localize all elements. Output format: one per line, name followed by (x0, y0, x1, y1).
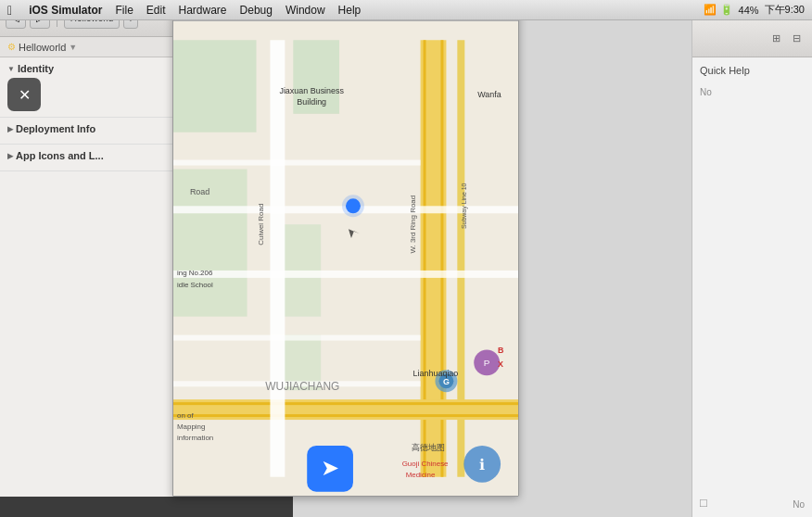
svg-text:information: information (177, 434, 213, 442)
identity-section-title: ▼ Identity (7, 63, 177, 74)
app-icon-preview: ✕ (7, 78, 41, 111)
svg-text:W. 3rd Ring Road: W. 3rd Ring Road (409, 195, 417, 254)
detail-breadcrumb: ⚙ Helloworld ▼ (0, 37, 184, 57)
inspector-pane-btn[interactable]: ⊟ (788, 31, 805, 47)
svg-text:ing No.206: ing No.206 (177, 269, 213, 277)
svg-rect-3 (173, 170, 247, 317)
menu-file[interactable]: File (115, 4, 133, 17)
menu-bar-time: 下午9:30 (765, 3, 805, 17)
menu-window[interactable]: Window (285, 4, 325, 17)
svg-text:Road: Road (190, 187, 209, 196)
xcode-detail-panel: ◁ ▷ Helloworld ▼ ⚙ Helloworld ▼ ▼ Identi… (0, 0, 185, 497)
identity-section: ▼ Identity ✕ (0, 57, 184, 118)
menu-bar-battery: 44% (739, 5, 759, 16)
svg-text:WUJIACHANG: WUJIACHANG (265, 380, 339, 393)
svg-rect-13 (270, 40, 285, 476)
svg-text:Medicine: Medicine (406, 471, 436, 479)
apple-icon:  (7, 3, 12, 18)
svg-text:Cuiwei Road: Cuiwei Road (257, 204, 265, 246)
detail-breadcrumb-label: Helloworld (19, 42, 66, 53)
svg-text:➤: ➤ (321, 455, 339, 480)
app-icons-section-title: ▶ App Icons and L... (7, 150, 177, 161)
deployment-section: ▶ Deployment Info (0, 118, 184, 145)
svg-text:Guoji Chinese: Guoji Chinese (402, 460, 449, 468)
identity-content: ✕ (7, 78, 177, 111)
menu-help[interactable]: Help (338, 4, 362, 17)
svg-text:B: B (498, 346, 504, 355)
svg-text:Wanfa: Wanfa (477, 90, 501, 99)
quick-help-label: Quick Help (692, 57, 812, 83)
svg-text:Subway Line 10: Subway Line 10 (461, 183, 468, 229)
app-icons-section: ▶ App Icons and L... (0, 145, 184, 171)
map-svg: G P Jiaxuan Business Building Wanfa W. 3… (173, 21, 518, 496)
deployment-section-title: ▶ Deployment Info (7, 123, 177, 134)
svg-rect-15 (173, 271, 518, 278)
svg-rect-1 (173, 40, 257, 132)
svg-text:X: X (498, 359, 503, 369)
svg-text:Building: Building (297, 97, 326, 107)
inspector-toolbar: ⊞ ⊟ (692, 20, 812, 57)
screen:  iOS Simulator File Edit Hardware Debug… (0, 0, 812, 517)
svg-point-46 (347, 199, 360, 212)
svg-rect-16 (173, 160, 421, 166)
svg-text:idle School: idle School (177, 281, 213, 289)
svg-text:on of: on of (177, 411, 194, 420)
svg-rect-12 (173, 414, 518, 417)
svg-rect-17 (173, 335, 421, 341)
svg-text:Jiaxuan Business: Jiaxuan Business (279, 86, 344, 95)
inspector-no-label: No (692, 83, 812, 101)
svg-text:高德地图: 高德地图 (412, 443, 445, 452)
menu-edit[interactable]: Edit (146, 4, 166, 17)
menu-hardware[interactable]: Hardware (179, 4, 227, 17)
svg-text:Lianhuaqiao: Lianhuaqiao (413, 369, 459, 378)
app-name[interactable]: iOS Simulator (29, 4, 102, 17)
svg-text:Mapping: Mapping (177, 422, 205, 431)
map-view: G P Jiaxuan Business Building Wanfa W. 3… (173, 21, 518, 496)
no-label-bottom: No (793, 498, 805, 510)
menu-bar:  iOS Simulator File Edit Hardware Debug… (0, 0, 812, 20)
inspector-panel: ⊞ ⊟ Quick Help No □ No (691, 20, 812, 517)
svg-text:P: P (484, 358, 490, 368)
inspector-toggle-btn[interactable]: ⊞ (768, 31, 784, 47)
menu-debug[interactable]: Debug (240, 4, 273, 17)
new-file-icon: □ (700, 496, 707, 510)
svg-rect-11 (173, 402, 518, 405)
menu-bar-icons: 📶 🔋 (704, 4, 732, 16)
ios-simulator: iOS Simulator – iPhone 4s – iPhone 4s / … (172, 0, 519, 497)
svg-text:ℹ: ℹ (479, 457, 485, 473)
svg-text:G: G (443, 377, 450, 386)
